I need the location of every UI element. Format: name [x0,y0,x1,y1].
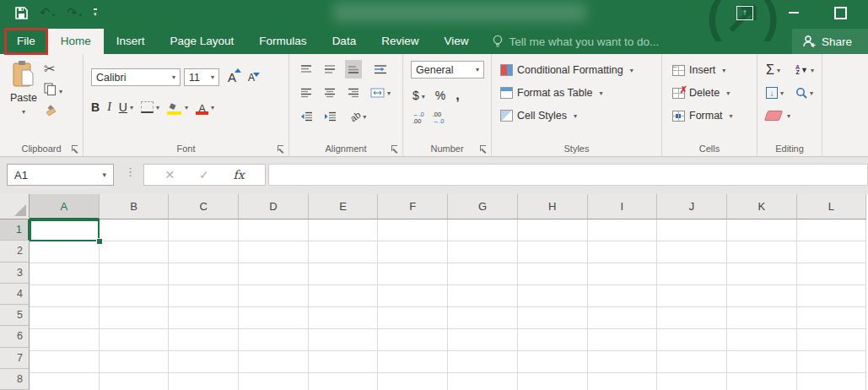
align-right-button[interactable] [345,84,362,102]
cell-k6[interactable] [727,329,797,351]
cell-f8[interactable] [378,373,448,390]
font-name-combo[interactable]: Calibri ▾ [91,68,181,86]
formula-input[interactable] [268,164,868,186]
italic-button[interactable]: I [107,100,111,114]
tab-insert[interactable]: Insert [104,29,158,54]
cancel-icon[interactable]: ✕ [164,168,175,181]
cell-e5[interactable] [309,307,379,329]
cell-l7[interactable] [797,351,867,373]
redo-button[interactable]: ↷ ▾ [67,0,82,25]
redo-dropdown-icon[interactable]: ▾ [78,12,82,18]
cell-i1[interactable] [588,219,658,241]
fill-button[interactable]: ↓ [766,83,784,103]
cell-j8[interactable] [657,373,727,390]
fill-color-dropdown-icon[interactable] [182,100,188,115]
cell-a7[interactable] [30,351,100,373]
column-header-l[interactable]: L [797,194,867,219]
increase-indent-button[interactable] [321,107,338,126]
font-color-dropdown-icon[interactable] [208,100,214,115]
cell-g7[interactable] [448,351,518,373]
cell-c1[interactable] [169,219,239,241]
cell-j6[interactable] [657,329,727,351]
comma-style-button[interactable]: , [456,88,459,103]
column-header-f[interactable]: F [378,194,448,219]
cell-a6[interactable] [30,329,100,351]
column-header-c[interactable]: C [169,194,239,219]
cell-k8[interactable] [727,373,797,390]
decrease-font-size-button[interactable]: A [248,72,255,84]
cell-c8[interactable] [169,373,239,390]
clipboard-dialog-launcher-icon[interactable] [71,144,79,153]
cell-f2[interactable] [378,241,448,263]
cut-icon[interactable]: ✂ [44,61,55,77]
paste-dropdown-icon[interactable] [22,104,25,119]
format-cells-button[interactable]: Format [672,106,733,126]
column-header-k[interactable]: K [727,194,797,219]
column-header-a[interactable]: A [30,194,100,219]
cell-d7[interactable] [239,351,309,373]
orientation-button[interactable]: ab [350,109,366,124]
cell-d8[interactable] [239,373,309,390]
cell-d4[interactable] [239,285,309,307]
conditional-formatting-button[interactable]: Conditional Formatting [500,60,633,80]
cell-i4[interactable] [588,285,658,307]
underline-dropdown-icon[interactable] [127,100,133,114]
row-header-4[interactable]: 4 [0,284,30,305]
middle-align-button[interactable] [321,60,338,79]
number-dialog-launcher-icon[interactable] [479,144,488,153]
cell-b6[interactable] [100,329,170,351]
cell-c5[interactable] [169,307,239,329]
cell-j5[interactable] [657,307,727,329]
font-color-button[interactable]: A [196,100,214,115]
cell-g5[interactable] [448,307,518,329]
insert-function-button[interactable]: fx [234,168,245,181]
cell-e1[interactable] [309,219,379,241]
bold-button[interactable]: B [91,100,100,114]
cell-k3[interactable] [727,263,797,285]
paste-button[interactable]: Paste [6,60,41,134]
cell-i8[interactable] [588,373,658,390]
cell-j2[interactable] [657,241,727,263]
cell-e7[interactable] [309,351,379,373]
font-dialog-launcher-icon[interactable] [277,144,285,153]
decrease-decimal-button[interactable]: .00 →.0 [433,111,445,125]
tab-formulas[interactable]: Formulas [246,29,319,54]
autosum-button[interactable]: Σ [766,60,780,80]
cell-d3[interactable] [239,263,309,285]
cell-h3[interactable] [518,263,588,285]
merge-center-dropdown-icon[interactable] [385,85,391,100]
column-header-h[interactable]: H [518,194,588,219]
cell-a5[interactable] [30,307,100,329]
tab-view[interactable]: View [431,29,481,54]
cell-l3[interactable] [797,263,867,285]
maximize-icon[interactable] [834,7,847,19]
cell-d6[interactable] [239,329,309,351]
insert-cells-button[interactable]: ← Insert [672,60,725,80]
cell-c3[interactable] [169,263,239,285]
cell-g6[interactable] [448,329,518,351]
cell-c2[interactable] [169,241,239,263]
cell-l4[interactable] [797,285,867,307]
cell-h7[interactable] [518,351,588,373]
fill-handle[interactable] [96,238,103,245]
underline-button[interactable]: U [119,100,133,115]
column-header-i[interactable]: I [588,194,658,219]
column-header-b[interactable]: B [100,194,170,219]
cell-d5[interactable] [239,307,309,329]
percent-style-button[interactable]: % [435,89,445,102]
copy-button[interactable] [44,83,62,99]
row-header-2[interactable]: 2 [0,241,30,262]
format-painter-button[interactable] [44,105,57,121]
cell-l1[interactable] [797,219,867,241]
cell-i5[interactable] [588,307,658,329]
format-as-table-button[interactable]: Format as Table [500,83,602,103]
tab-file[interactable]: File [4,35,48,47]
row-header-7[interactable]: 7 [0,348,30,369]
cell-b8[interactable] [100,373,170,390]
ribbon-display-options-icon[interactable]: ↑ [736,6,753,20]
cell-b3[interactable] [100,263,170,285]
cell-a8[interactable] [30,373,100,390]
cell-e2[interactable] [309,241,379,263]
cell-c7[interactable] [169,351,239,373]
wrap-text-button[interactable] [372,60,389,79]
